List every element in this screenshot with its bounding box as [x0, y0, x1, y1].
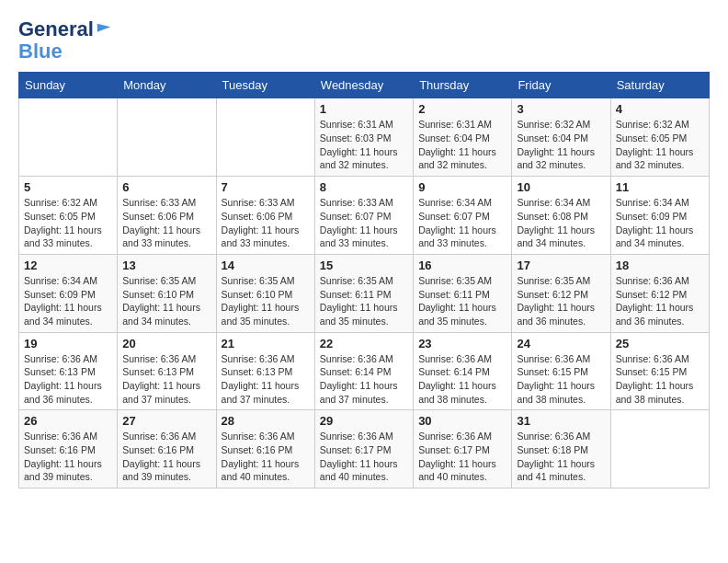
day-info: Sunrise: 6:36 AM Sunset: 6:13 PM Dayligh… — [24, 352, 112, 407]
weekday-header-thursday: Thursday — [414, 73, 512, 98]
calendar-cell: 31Sunrise: 6:36 AM Sunset: 6:18 PM Dayli… — [512, 410, 610, 488]
day-number: 5 — [24, 180, 112, 194]
day-info: Sunrise: 6:36 AM Sunset: 6:15 PM Dayligh… — [517, 352, 605, 407]
calendar-cell: 11Sunrise: 6:34 AM Sunset: 6:09 PM Dayli… — [610, 177, 709, 255]
day-info: Sunrise: 6:35 AM Sunset: 6:10 PM Dayligh… — [122, 274, 210, 328]
calendar-cell: 12Sunrise: 6:34 AM Sunset: 6:09 PM Dayli… — [19, 254, 118, 332]
weekday-header-monday: Monday — [118, 73, 216, 98]
day-info: Sunrise: 6:35 AM Sunset: 6:12 PM Dayligh… — [517, 274, 605, 328]
calendar-cell: 3Sunrise: 6:32 AM Sunset: 6:04 PM Daylig… — [512, 98, 610, 177]
day-info: Sunrise: 6:34 AM Sunset: 6:07 PM Dayligh… — [418, 196, 506, 250]
day-number: 14 — [222, 259, 310, 272]
day-info: Sunrise: 6:32 AM Sunset: 6:05 PM Dayligh… — [616, 118, 704, 172]
day-number: 13 — [122, 259, 210, 272]
day-number: 17 — [517, 259, 605, 272]
weekday-header-wednesday: Wednesday — [314, 73, 413, 98]
day-info: Sunrise: 6:36 AM Sunset: 6:18 PM Dayligh… — [517, 430, 605, 484]
calendar-cell: 5Sunrise: 6:32 AM Sunset: 6:05 PM Daylig… — [19, 177, 118, 255]
day-number: 2 — [418, 102, 506, 116]
day-info: Sunrise: 6:31 AM Sunset: 6:03 PM Dayligh… — [320, 118, 408, 172]
calendar-cell: 16Sunrise: 6:35 AM Sunset: 6:11 PM Dayli… — [414, 254, 512, 332]
day-info: Sunrise: 6:34 AM Sunset: 6:08 PM Dayligh… — [517, 196, 605, 250]
day-info: Sunrise: 6:33 AM Sunset: 6:06 PM Dayligh… — [222, 196, 310, 250]
calendar-cell: 23Sunrise: 6:36 AM Sunset: 6:14 PM Dayli… — [414, 332, 512, 410]
day-number: 20 — [122, 337, 210, 350]
calendar-table: SundayMondayTuesdayWednesdayThursdayFrid… — [18, 72, 710, 488]
day-info: Sunrise: 6:36 AM Sunset: 6:16 PM Dayligh… — [122, 430, 210, 484]
day-info: Sunrise: 6:36 AM Sunset: 6:13 PM Dayligh… — [122, 352, 210, 407]
day-number: 23 — [418, 337, 506, 350]
calendar-cell: 24Sunrise: 6:36 AM Sunset: 6:15 PM Dayli… — [512, 332, 610, 410]
calendar-cell: 28Sunrise: 6:36 AM Sunset: 6:16 PM Dayli… — [216, 410, 314, 488]
day-info: Sunrise: 6:36 AM Sunset: 6:15 PM Dayligh… — [616, 352, 704, 407]
logo: General Blue — [18, 18, 112, 63]
calendar-cell: 2Sunrise: 6:31 AM Sunset: 6:04 PM Daylig… — [414, 98, 512, 177]
calendar-week-1: 1Sunrise: 6:31 AM Sunset: 6:03 PM Daylig… — [19, 98, 710, 177]
day-info: Sunrise: 6:35 AM Sunset: 6:10 PM Dayligh… — [222, 274, 310, 328]
day-number: 30 — [418, 414, 506, 428]
calendar-cell — [118, 98, 216, 177]
weekday-header-friday: Friday — [512, 73, 610, 98]
day-info: Sunrise: 6:33 AM Sunset: 6:06 PM Dayligh… — [122, 196, 210, 250]
logo-text-general: General — [18, 18, 94, 40]
svg-marker-0 — [97, 24, 110, 32]
day-number: 31 — [517, 414, 605, 428]
day-number: 1 — [320, 102, 408, 116]
day-number: 27 — [122, 414, 210, 428]
calendar-cell: 13Sunrise: 6:35 AM Sunset: 6:10 PM Dayli… — [118, 254, 216, 332]
calendar-cell: 20Sunrise: 6:36 AM Sunset: 6:13 PM Dayli… — [118, 332, 216, 410]
calendar-cell: 10Sunrise: 6:34 AM Sunset: 6:08 PM Dayli… — [512, 177, 610, 255]
day-number: 9 — [418, 180, 506, 194]
day-number: 28 — [222, 414, 310, 428]
day-info: Sunrise: 6:32 AM Sunset: 6:05 PM Dayligh… — [24, 196, 112, 250]
calendar-cell: 15Sunrise: 6:35 AM Sunset: 6:11 PM Dayli… — [314, 254, 413, 332]
calendar-week-4: 19Sunrise: 6:36 AM Sunset: 6:13 PM Dayli… — [19, 332, 710, 410]
day-info: Sunrise: 6:36 AM Sunset: 6:12 PM Dayligh… — [616, 274, 704, 328]
day-info: Sunrise: 6:36 AM Sunset: 6:16 PM Dayligh… — [222, 430, 310, 484]
day-number: 16 — [418, 259, 506, 272]
calendar-cell: 30Sunrise: 6:36 AM Sunset: 6:17 PM Dayli… — [414, 410, 512, 488]
day-number: 22 — [320, 337, 408, 350]
day-number: 7 — [222, 180, 310, 194]
day-number: 10 — [517, 180, 605, 194]
calendar-cell: 6Sunrise: 6:33 AM Sunset: 6:06 PM Daylig… — [118, 177, 216, 255]
day-number: 12 — [24, 259, 112, 272]
logo-flag-icon — [96, 21, 112, 38]
logo-text-blue: Blue — [18, 40, 112, 63]
day-info: Sunrise: 6:36 AM Sunset: 6:14 PM Dayligh… — [418, 352, 506, 407]
calendar-cell: 22Sunrise: 6:36 AM Sunset: 6:14 PM Dayli… — [314, 332, 413, 410]
day-number: 19 — [24, 337, 112, 350]
day-number: 11 — [616, 180, 704, 194]
day-number: 15 — [320, 259, 408, 272]
day-number: 24 — [517, 337, 605, 350]
day-info: Sunrise: 6:34 AM Sunset: 6:09 PM Dayligh… — [616, 196, 704, 250]
calendar-cell: 29Sunrise: 6:36 AM Sunset: 6:17 PM Dayli… — [314, 410, 413, 488]
calendar-cell: 7Sunrise: 6:33 AM Sunset: 6:06 PM Daylig… — [216, 177, 314, 255]
weekday-header-sunday: Sunday — [19, 73, 118, 98]
calendar-cell: 18Sunrise: 6:36 AM Sunset: 6:12 PM Dayli… — [610, 254, 709, 332]
day-info: Sunrise: 6:34 AM Sunset: 6:09 PM Dayligh… — [24, 274, 112, 328]
day-number: 8 — [320, 180, 408, 194]
calendar-cell: 27Sunrise: 6:36 AM Sunset: 6:16 PM Dayli… — [118, 410, 216, 488]
weekday-header-saturday: Saturday — [610, 73, 709, 98]
calendar-cell: 4Sunrise: 6:32 AM Sunset: 6:05 PM Daylig… — [610, 98, 709, 177]
day-number: 6 — [122, 180, 210, 194]
calendar-cell: 26Sunrise: 6:36 AM Sunset: 6:16 PM Dayli… — [19, 410, 118, 488]
day-number: 25 — [616, 337, 704, 350]
calendar-week-2: 5Sunrise: 6:32 AM Sunset: 6:05 PM Daylig… — [19, 177, 710, 255]
calendar-cell: 17Sunrise: 6:35 AM Sunset: 6:12 PM Dayli… — [512, 254, 610, 332]
day-info: Sunrise: 6:35 AM Sunset: 6:11 PM Dayligh… — [320, 274, 408, 328]
day-info: Sunrise: 6:36 AM Sunset: 6:16 PM Dayligh… — [24, 430, 112, 484]
day-number: 18 — [616, 259, 704, 272]
day-info: Sunrise: 6:33 AM Sunset: 6:07 PM Dayligh… — [320, 196, 408, 250]
day-info: Sunrise: 6:36 AM Sunset: 6:14 PM Dayligh… — [320, 352, 408, 407]
calendar-cell: 1Sunrise: 6:31 AM Sunset: 6:03 PM Daylig… — [314, 98, 413, 177]
page-header: General Blue — [18, 18, 710, 63]
day-info: Sunrise: 6:36 AM Sunset: 6:13 PM Dayligh… — [222, 352, 310, 407]
calendar-cell: 25Sunrise: 6:36 AM Sunset: 6:15 PM Dayli… — [610, 332, 709, 410]
calendar-cell — [216, 98, 314, 177]
day-number: 3 — [517, 102, 605, 116]
weekday-header-tuesday: Tuesday — [216, 73, 314, 98]
calendar-cell — [610, 410, 709, 488]
day-info: Sunrise: 6:36 AM Sunset: 6:17 PM Dayligh… — [320, 430, 408, 484]
